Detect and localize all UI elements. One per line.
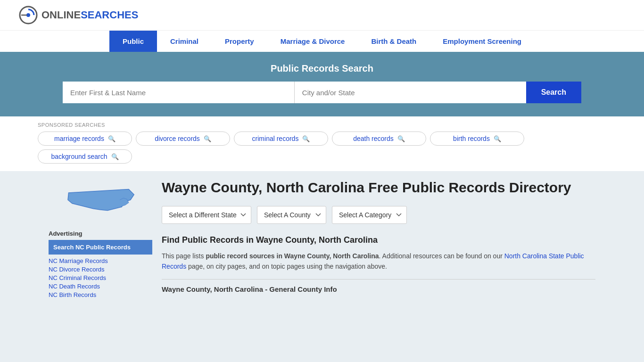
pill-background-search[interactable]: background search 🔍 [38,149,132,164]
advertising-label: Advertising [49,230,152,237]
dropdown-row: Select a Different State Select A County… [162,206,595,224]
search-banner: Public Records Search Search [0,52,644,116]
section-divider [162,279,595,280]
search-icon: 🔍 [111,153,119,160]
pill-divorce-records[interactable]: divorce records 🔍 [136,132,230,146]
nav-marriage-divorce[interactable]: Marriage & Divorce [267,31,358,52]
main-nav: Public Criminal Property Marriage & Divo… [0,30,644,52]
pill-criminal-records[interactable]: criminal records 🔍 [234,132,328,146]
right-content: Wayne County, North Carolina Free Public… [162,179,595,300]
desc-start: This page lists [162,252,206,260]
county-dropdown[interactable]: Select A County [257,206,326,224]
ad-link-birth[interactable]: NC Birth Records [49,291,152,298]
logo-icon [19,6,38,25]
location-input[interactable] [295,82,526,103]
search-icon: 🔍 [108,135,116,142]
search-icon: 🔍 [302,135,310,142]
pill-label: birth records [453,135,490,142]
pill-label: criminal records [252,135,299,142]
ad-link-death[interactable]: NC Death Records [49,283,152,290]
desc-end: page, on city pages, and on topic pages … [186,263,387,270]
ad-link-divorce[interactable]: NC Divorce Records [49,266,152,273]
nav-employment[interactable]: Employment Screening [429,31,535,52]
pill-label: divorce records [155,135,200,142]
ad-link-marriage[interactable]: NC Marriage Records [49,257,152,264]
pill-death-records[interactable]: death records 🔍 [332,132,426,146]
search-banner-title: Public Records Search [19,63,625,74]
page-title: Wayne County, North Carolina Free Public… [162,179,595,197]
state-dropdown[interactable]: Select a Different State [162,206,251,224]
pill-label: background search [51,153,107,160]
pill-label: marriage records [54,135,104,142]
find-description: This page lists public record sources in… [162,251,595,272]
search-form: Search [63,82,581,103]
left-sidebar: Advertising Search NC Public Records NC … [49,179,152,300]
pill-label: death records [353,135,394,142]
pill-birth-records[interactable]: birth records 🔍 [430,132,524,146]
name-input[interactable] [63,82,295,103]
desc-mid: . Additional resources can be found on o… [379,252,504,260]
pill-marriage-records[interactable]: marriage records 🔍 [38,132,132,146]
logo-text: ONLINESEARCHES [41,9,138,21]
site-header: ONLINESEARCHES [0,0,644,30]
category-dropdown[interactable]: Select A Category [332,206,407,224]
sponsored-section: SPONSORED SEARCHES marriage records 🔍 di… [0,116,644,171]
sponsored-label: SPONSORED SEARCHES [19,122,625,128]
logo[interactable]: ONLINESEARCHES [19,6,138,25]
search-icon: 🔍 [494,135,501,142]
ad-highlighted[interactable]: Search NC Public Records [49,240,152,255]
ad-link-criminal[interactable]: NC Criminal Records [49,274,152,281]
general-info-title: Wayne County, North Carolina - General C… [162,285,595,293]
nav-birth-death[interactable]: Birth & Death [358,31,429,52]
sponsored-pills: marriage records 🔍 divorce records 🔍 cri… [19,132,625,164]
desc-bold: public record sources in Wayne County, N… [206,252,379,260]
nav-property[interactable]: Property [212,31,267,52]
nav-public[interactable]: Public [109,31,157,52]
state-map [49,179,152,222]
search-icon: 🔍 [397,135,405,142]
main-area: Advertising Search NC Public Records NC … [30,171,614,307]
search-icon: 🔍 [204,135,211,142]
nav-criminal[interactable]: Criminal [157,31,212,52]
search-button[interactable]: Search [526,82,581,103]
find-title: Find Public Records in Wayne County, Nor… [162,235,595,245]
nc-map-svg [63,179,138,221]
